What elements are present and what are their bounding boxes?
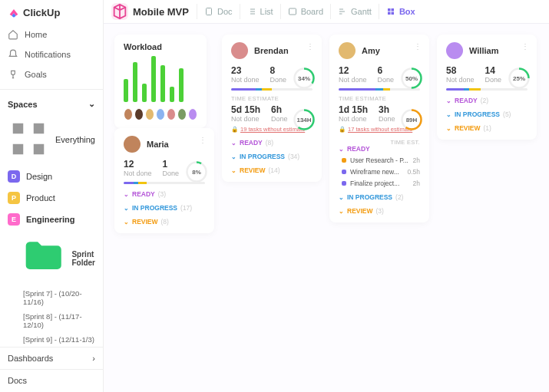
sidebar-item-engineering[interactable]: EEngineering [0,209,103,230]
workload-title: Workload [124,42,197,51]
sidebar-item-product[interactable]: PProduct [0,187,103,209]
chevron-down-icon: ⌄ [446,97,451,104]
card-menu-icon[interactable]: ⋮ [306,42,314,51]
page-title[interactable]: Mobile MVP [111,3,197,20]
tab-list[interactable]: List [240,4,280,19]
person-card-brendan: ⋮Brendan23Not done8Done34%TIME ESTIMATE5… [222,35,322,182]
chevron-down-icon: ⌄ [339,208,344,215]
chevron-down-icon: ⌄ [231,167,236,174]
task-row[interactable]: Wireframe new...0.5h [339,168,420,176]
svg-rect-5 [289,8,296,15]
time-est-label: TIME EST. [390,139,420,153]
box-icon [386,7,395,16]
section-rev[interactable]: ⌄REVIEW (3) [339,207,420,215]
task-row[interactable]: Finalize project...2h [339,180,420,187]
board-content: Workload ⋮Maria12Not done1Done8%⌄READY (… [104,24,549,244]
chevron-down-icon: ⌄ [124,191,129,198]
tab-board[interactable]: Board [280,4,330,19]
person-card-maria: ⋮Maria12Not done1Done8%⌄READY (3)⌄IN PRO… [114,128,214,233]
section-prog-s[interactable]: ⌄IN PROGRESS (2) [339,193,420,201]
bar [142,84,147,102]
workload-avatars [124,108,197,120]
task-row[interactable]: User Research - P...2h [339,156,420,164]
sidebar: ClickUp Home Notifications Goals Spaces⌄… [0,0,104,392]
bell-icon [8,49,18,60]
person-name: Maria [147,140,169,149]
lock-icon: 🔒 [339,126,346,133]
space-badge: P [8,192,20,204]
workload-bars [124,59,197,102]
view-bar: Mobile MVP Doc List Board Gantt Box [104,0,549,24]
tab-gantt[interactable]: Gantt [330,4,379,19]
tab-doc[interactable]: Doc [197,4,240,19]
avatar [145,108,154,120]
sidebar-item-everything[interactable]: Everything [0,114,103,166]
trophy-icon [8,69,18,80]
doc-icon [204,7,213,16]
board-icon [288,7,297,16]
sprint-item[interactable]: [Sprint 7] - (10/20-11/16) [0,286,103,309]
nav-home[interactable]: Home [0,25,103,44]
progress-ring: 25% [508,67,531,90]
bar [160,65,165,102]
svg-rect-7 [391,8,394,12]
nav-dashboards[interactable]: Dashboards› [0,347,103,369]
avatar [177,108,187,120]
clickup-logo-icon [8,6,20,18]
avatar [167,108,176,120]
svg-rect-8 [388,12,391,15]
nav-docs[interactable]: Docs [0,369,103,391]
avatar [188,108,197,120]
folder-icon [20,234,67,282]
lock-icon: 🔒 [231,126,238,133]
chevron-down-icon: ⌄ [88,99,95,109]
bar [179,68,184,102]
card-menu-icon[interactable]: ⋮ [414,42,422,51]
avatar [156,108,165,120]
section-rev[interactable]: ⌄REVIEW (8) [124,218,205,226]
section-prog-s[interactable]: ⌄IN PROGRESS (34) [231,153,313,160]
chevron-down-icon: ⌄ [231,140,236,147]
space-badge: E [8,213,20,226]
spaces-header[interactable]: Spaces⌄ [0,94,103,114]
bar [124,79,128,102]
section-ready[interactable]: ⌄READY (2) [446,97,528,104]
sprint-item[interactable]: [Sprint 9] - (12/11-1/3) [0,332,103,347]
card-menu-icon[interactable]: ⋮ [521,42,529,51]
folder-sprint[interactable]: Sprint Folder [0,230,103,286]
section-ready[interactable]: ⌄READY (3) [124,190,205,198]
sidebar-item-design[interactable]: DDesign [0,166,103,187]
hours-ring: 134H [293,108,316,131]
sprint-item[interactable]: [Sprint 8] - (11/17-12/10) [0,309,103,332]
svg-rect-0 [13,124,24,134]
nav-notifications[interactable]: Notifications [0,44,103,64]
chevron-down-icon: ⌄ [446,111,451,118]
section-ready[interactable]: ⌄READY (8) [231,139,313,147]
bar [133,62,137,102]
section-rev[interactable]: ⌄REVIEW (1) [446,124,528,132]
avatar [124,108,133,120]
nav-goals[interactable]: Goals [0,64,103,84]
tab-box[interactable]: Box [379,4,422,19]
grid-icon [8,118,49,161]
workload-card: Workload [114,35,207,128]
svg-rect-4 [206,8,211,15]
section-prog-s[interactable]: ⌄IN PROGRESS (17) [124,204,205,212]
bar [151,56,156,102]
status-dot [342,158,346,163]
svg-rect-2 [13,144,24,155]
avatar [446,42,463,59]
avatar [231,42,248,59]
section-rev[interactable]: ⌄REVIEW (14) [231,166,313,174]
person-card-william: ⋮William58Not done14Done25%⌄READY (2)⌄IN… [437,35,537,140]
section-prog-s[interactable]: ⌄IN PROGRESS (5) [446,110,528,118]
section-ready[interactable]: ⌄READY [339,145,370,153]
card-menu-icon[interactable]: ⋮ [199,136,207,144]
svg-rect-3 [34,144,45,155]
chevron-down-icon: ⌄ [339,194,344,201]
brand-logo[interactable]: ClickUp [0,6,103,25]
person-name: Amy [362,46,380,55]
person-card-amy: ⋮Amy12Not done6Done50%TIME ESTIMATE1d 15… [329,35,429,222]
avatar [124,136,141,153]
person-name: Brendan [254,46,289,55]
